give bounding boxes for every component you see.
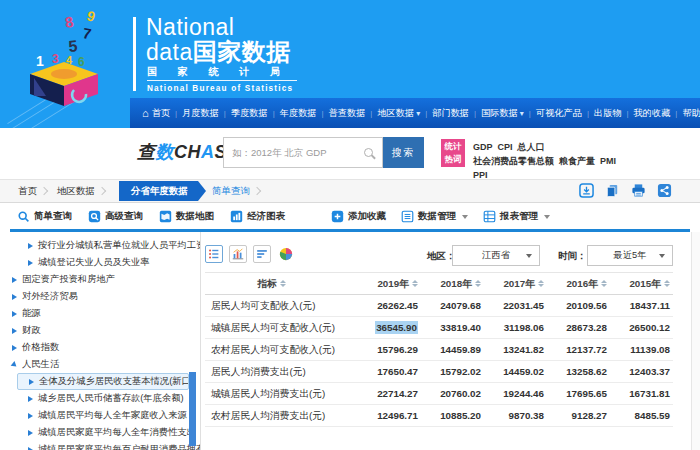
breadcrumb-item-地区数据[interactable]: 地区数据 [57, 185, 95, 198]
toolbar-数据管理[interactable]: 数据管理 [401, 210, 468, 223]
table-cell[interactable]: 12137.72 [547, 339, 610, 361]
toolbar-报表管理[interactable]: 报表管理 [483, 210, 550, 223]
sidebar-item-城镇居民家庭平均每人全年消费性支出[interactable]: 城镇居民家庭平均每人全年消费性支出 [0, 424, 200, 441]
column-header-2019年[interactable]: 2019年 [358, 273, 421, 295]
column-header-指标[interactable]: 指标 [205, 273, 358, 295]
search-button[interactable]: 搜索 [383, 137, 424, 168]
share-button[interactable] [657, 183, 672, 198]
sidebar-item-城镇居民平均每人全年家庭收入来源[interactable]: 城镇居民平均每人全年家庭收入来源 [0, 407, 200, 424]
table-cell[interactable]: 12403.37 [610, 361, 673, 383]
bar-chart-toggle-button[interactable] [229, 245, 247, 263]
sidebar-item-按行业分城镇私营单位就业人员平均工资[interactable]: 按行业分城镇私营单位就业人员平均工资 [0, 237, 200, 254]
nav-item-label: 年度数据 [280, 107, 317, 120]
print-button[interactable] [631, 183, 646, 198]
table-cell[interactable]: 22031.45 [484, 295, 547, 317]
toolbar-数据地图[interactable]: 数据地图 [159, 210, 214, 223]
nav-item-月度数据[interactable]: 月度数据 [182, 107, 219, 120]
sidebar-item-财政[interactable]: 财政 [0, 322, 200, 339]
nav-item-国际数据[interactable]: 国际数据▾ [481, 107, 524, 120]
sidebar-item-固定资产投资和房地产[interactable]: 固定资产投资和房地产 [0, 271, 200, 288]
pie-chart-toggle-button[interactable] [277, 245, 295, 263]
table-cell[interactable]: 13241.82 [484, 339, 547, 361]
table-cell[interactable]: 26500.12 [610, 317, 673, 339]
table-cell[interactable]: 33819.40 [421, 317, 484, 339]
sidebar-item-全体及分城乡居民收支基本情况(新口径)[interactable]: 全体及分城乡居民收支基本情况(新口径) [17, 373, 189, 390]
table-cell[interactable]: 14459.89 [421, 339, 484, 361]
table-cell[interactable]: 15792.02 [421, 361, 484, 383]
nav-item-可视化产品[interactable]: 可视化产品 [536, 107, 582, 120]
hot-word-CPI[interactable]: CPI [498, 140, 513, 154]
column-header-2017年[interactable]: 2017年 [484, 273, 547, 295]
download-button[interactable] [579, 183, 594, 198]
hbar-chart-toggle-button[interactable] [253, 245, 271, 263]
chart-icon [230, 210, 243, 223]
table-cell[interactable]: 9870.38 [484, 405, 547, 427]
table-cell[interactable]: 16731.81 [610, 383, 673, 405]
nav-item-普查数据[interactable]: 普查数据 [329, 107, 366, 120]
column-header-2015年[interactable]: 2015年 [610, 273, 673, 295]
table-cell[interactable]: 31198.06 [484, 317, 547, 339]
table-cell[interactable]: 36545.90 [358, 317, 421, 339]
table-cell[interactable]: 24079.68 [421, 295, 484, 317]
table-cell[interactable]: 17695.65 [547, 383, 610, 405]
nav-item-label: 月度数据 [182, 107, 219, 120]
column-header-2018年[interactable]: 2018年 [421, 273, 484, 295]
table-cell[interactable]: 20760.02 [421, 383, 484, 405]
table-cell[interactable]: 15796.29 [358, 339, 421, 361]
sidebar-item-城乡居民人民币储蓄存款(年底余额)[interactable]: 城乡居民人民币储蓄存款(年底余额) [0, 390, 200, 407]
table-cell[interactable]: 13258.62 [547, 361, 610, 383]
table-cell[interactable]: 28673.28 [547, 317, 610, 339]
table-cell[interactable]: 14459.02 [484, 361, 547, 383]
hot-word-GDP[interactable]: GDP [473, 140, 493, 154]
copy-button[interactable] [605, 183, 620, 198]
table-cell[interactable]: 10885.20 [421, 405, 484, 427]
breadcrumb-active-分省年度数据[interactable]: 分省年度数据 [119, 181, 198, 201]
nav-item-年度数据[interactable]: 年度数据 [280, 107, 317, 120]
sidebar-item-城镇登记失业人员及失业率[interactable]: 城镇登记失业人员及失业率 [0, 254, 200, 271]
sidebar-item-对外经济贸易[interactable]: 对外经济贸易 [0, 288, 200, 305]
breadcrumb-item-简单查询[interactable]: 简单查询 [212, 185, 250, 198]
breadcrumb-item-首页[interactable]: 首页 [18, 185, 37, 198]
table-cell[interactable]: 11139.08 [610, 339, 673, 361]
table-cell[interactable]: 8485.59 [610, 405, 673, 427]
table-cell[interactable]: 20109.56 [547, 295, 610, 317]
table-cell[interactable]: 9128.27 [547, 405, 610, 427]
toolbar-简单查询[interactable]: 简单查询 [17, 210, 72, 223]
column-header-2016年[interactable]: 2016年 [547, 273, 610, 295]
toolbar-label: 添加收藏 [348, 210, 386, 223]
toolbar-添加收藏[interactable]: 添加收藏 [331, 210, 386, 223]
nav-item-季度数据[interactable]: 季度数据 [231, 107, 268, 120]
sidebar-item-label: 城镇居民家庭平均每人全年消费性支出 [38, 426, 196, 439]
sidebar-item-城镇居民家庭平均每百户耐用消费品拥有量[interactable]: 城镇居民家庭平均每百户耐用消费品拥有量 [0, 441, 200, 450]
table-cell[interactable]: 12496.71 [358, 405, 421, 427]
nav-item-部门数据[interactable]: 部门数据 [432, 107, 469, 120]
nav-separator: | [370, 109, 372, 118]
hot-word-总人口[interactable]: 总人口 [518, 140, 545, 154]
nav-item-地区数据[interactable]: 地区数据▾ [377, 107, 420, 120]
nav-item-出版物[interactable]: 出版物 [594, 107, 622, 120]
table-cell[interactable]: 26262.45 [358, 295, 421, 317]
nav-item-我的收藏[interactable]: 我的收藏 [634, 107, 671, 120]
sidebar-item-能源[interactable]: 能源 [0, 305, 200, 322]
search-input[interactable] [224, 138, 364, 167]
sidebar-item-label: 全体及分城乡居民收支基本情况(新口径) [39, 375, 189, 388]
sidebar-item-价格指数[interactable]: 价格指数 [0, 339, 200, 356]
table-cell[interactable]: 22714.27 [358, 383, 421, 405]
toolbar-高级查询[interactable]: 高级查询 [88, 210, 143, 223]
nav-item-帮助[interactable]: 帮助 [682, 107, 700, 120]
table-cell[interactable]: 19244.46 [484, 383, 547, 405]
search-icon[interactable] [364, 148, 373, 157]
sidebar-scrollbar-thumb[interactable] [189, 372, 196, 446]
hot-word-社会消费品零售总额[interactable]: 社会消费品零售总额 [473, 154, 554, 168]
toolbar-经济图表[interactable]: 经济图表 [230, 210, 285, 223]
nav-item-首页[interactable]: ⌂首页 [142, 107, 170, 120]
table-cell[interactable]: 17650.47 [358, 361, 421, 383]
page-scrollbar-track[interactable] [691, 232, 700, 450]
table-cell[interactable]: 18437.11 [610, 295, 673, 317]
sidebar-item-人民生活[interactable]: 人民生活 [0, 356, 200, 373]
list-view-toggle-button[interactable] [205, 245, 223, 263]
hot-word-粮食产量[interactable]: 粮食产量 [559, 154, 595, 168]
hot-word-PMI[interactable]: PMI [600, 154, 616, 168]
time-select[interactable]: 最近5年 [587, 245, 673, 266]
region-select[interactable]: 江西省 [452, 245, 540, 266]
